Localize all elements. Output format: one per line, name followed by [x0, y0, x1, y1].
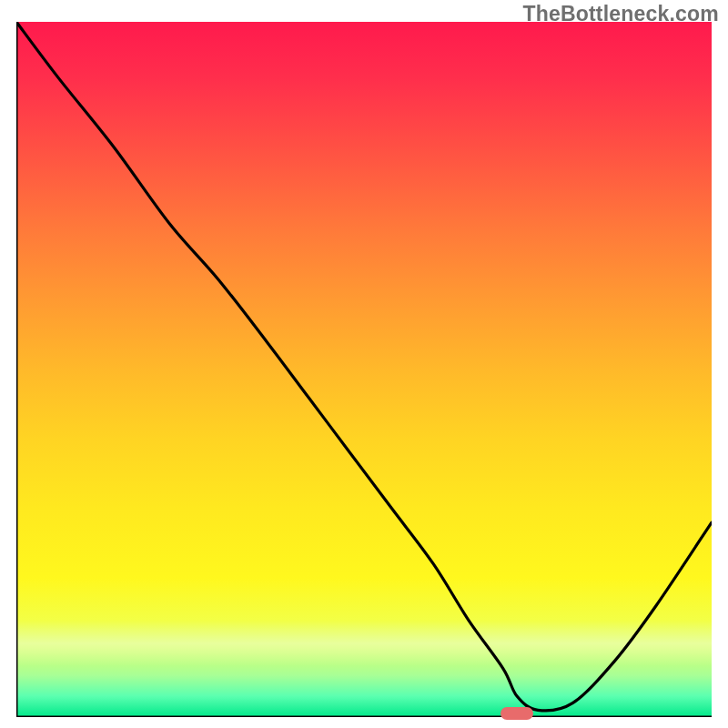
gradient-background — [16, 22, 712, 717]
highlight-marker — [500, 707, 533, 720]
chart-frame — [16, 22, 712, 717]
